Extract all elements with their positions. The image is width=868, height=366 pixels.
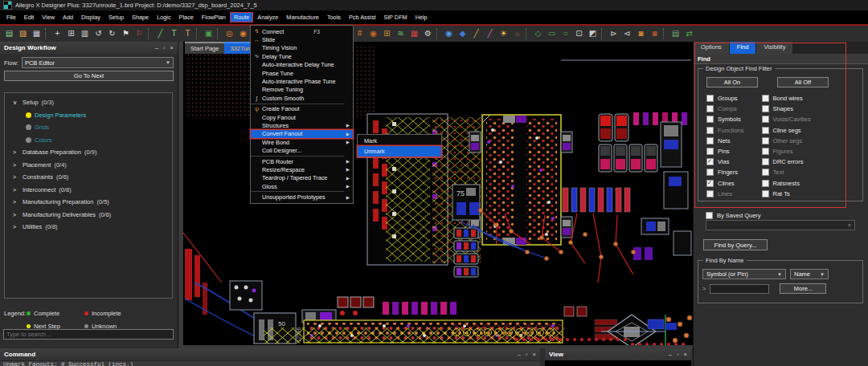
add-text-icon[interactable]: T (167, 26, 181, 41)
measure-icon[interactable]: ╱ (469, 26, 483, 41)
checkbox-icon[interactable] (706, 148, 714, 155)
menu-item[interactable]: Display (77, 12, 104, 22)
find-name-mode-select[interactable]: Name ▼ (790, 269, 829, 279)
right-panel-tab[interactable]: Find (730, 42, 757, 54)
redo-icon[interactable]: ↻ (105, 26, 119, 41)
find-filter-checkbox[interactable]: Text (762, 167, 811, 177)
find-name-input[interactable] (710, 284, 769, 294)
checkbox-icon[interactable] (706, 212, 713, 219)
checkbox-icon[interactable] (762, 105, 769, 112)
find-filter-checkbox[interactable]: Symbols (706, 114, 744, 124)
add-shape-icon[interactable]: ◇ (531, 26, 545, 41)
toolbar-icon[interactable] (436, 28, 440, 39)
checkbox-icon[interactable] (706, 116, 714, 123)
menu-route-structures[interactable]: Structures ▶ (251, 121, 353, 129)
visibility-eye-icon[interactable]: ◉ (442, 26, 456, 41)
view-panel-body[interactable] (545, 360, 691, 366)
flow-select[interactable]: PCB Editor ▼ (22, 57, 174, 68)
menu-item[interactable]: FlowPlan (198, 12, 230, 22)
all-on-button[interactable]: All On (706, 77, 758, 87)
menu-item[interactable]: Analyze (253, 12, 282, 22)
menu-route-remove-tuning[interactable]: Remove Tuning (251, 86, 353, 94)
restore-icon[interactable]: ▫ (163, 44, 166, 51)
menu-item[interactable]: SiP DFM (380, 12, 411, 22)
snapshot-icon[interactable]: ◙ (634, 26, 648, 41)
right-panel-tab[interactable]: Visibility (756, 42, 793, 54)
workflow-tree-item[interactable]: > Database Preparation (0/9) (5, 146, 172, 159)
find-filter-checkbox[interactable]: Other segs (762, 136, 811, 146)
command-log-line[interactable]: Unmark Fanouts: # Successful (incs.) (0, 360, 540, 366)
menu-item[interactable]: Add (59, 12, 77, 22)
delete-pointer-icon[interactable]: ⊲ (620, 26, 634, 41)
menu-item[interactable]: Help (411, 12, 432, 22)
workflow-tree-item[interactable]: Design Parameters (5, 109, 172, 122)
menu-item[interactable]: Logic (153, 12, 174, 22)
checkbox-icon[interactable] (762, 169, 769, 176)
menu-convert-fanout-unmark[interactable]: Unmark (358, 146, 441, 157)
shine-mode-icon[interactable]: ☀ (497, 26, 510, 41)
find-filter-checkbox[interactable]: Comps (706, 104, 744, 114)
workflow-tree-item[interactable]: Colors (5, 134, 172, 147)
layer-copy-icon[interactable]: ⊞ (380, 26, 394, 41)
find-filter-checkbox[interactable]: Ratsnests (762, 178, 811, 189)
menu-item[interactable]: Route (230, 12, 253, 22)
go-to-next-button[interactable]: Go To Next (4, 71, 174, 81)
delete-icon[interactable]: ▥ (78, 26, 92, 41)
minimize-icon[interactable]: – (669, 351, 672, 358)
toolbar-icon[interactable] (217, 28, 221, 39)
find-name-type-select[interactable]: Symbol (or Pin) ▼ (702, 269, 786, 279)
find-filter-checkbox[interactable]: Pins (706, 146, 744, 157)
workflow-tree-item[interactable]: > Manufacturing Deliverables (0/6) (5, 209, 172, 222)
toolbar-icon[interactable] (663, 28, 667, 39)
more-button[interactable]: More... (780, 283, 826, 294)
checkbox-icon[interactable] (762, 180, 769, 187)
find-filter-checkbox[interactable]: Vias (706, 157, 744, 167)
menu-item[interactable]: Tools (323, 12, 345, 22)
color-wheel-icon[interactable]: ◉ (366, 26, 380, 41)
checkbox-icon[interactable] (762, 137, 769, 144)
find-filter-checkbox[interactable]: Voids/Cavities (762, 114, 811, 124)
find-filter-checkbox[interactable]: Fingers (706, 167, 744, 177)
color-brush-icon[interactable]: ╱ (483, 26, 497, 41)
find-filter-checkbox[interactable]: Cline segs (762, 125, 811, 136)
undo-icon[interactable]: ↺ (92, 26, 105, 41)
find-filter-checkbox[interactable]: Rat Ts (762, 189, 811, 199)
menu-item[interactable]: Edit (20, 12, 39, 22)
tab-start-page[interactable]: Start Page (185, 42, 224, 54)
restore-icon[interactable]: ▫ (526, 351, 528, 358)
add-component-icon[interactable]: ▣ (202, 26, 215, 41)
workflow-tree-item[interactable]: Grids (5, 121, 172, 134)
menu-item[interactable]: Pcb Assist (345, 12, 380, 22)
checkbox-icon[interactable] (706, 95, 714, 102)
menu-item[interactable]: Manufacture (282, 12, 323, 22)
workflow-tree-item[interactable]: > Constraints (0/6) (5, 171, 172, 184)
restore-icon[interactable]: ▫ (677, 351, 679, 358)
workflow-search-input[interactable] (3, 329, 174, 340)
toolbar-icon[interactable] (601, 28, 605, 39)
settings-icon[interactable]: ⚙ (421, 26, 435, 41)
checkbox-icon[interactable] (762, 127, 769, 134)
unhighlight-icon[interactable]: ☼ (510, 26, 524, 41)
unpin-icon[interactable]: ⚐ (133, 26, 146, 41)
workflow-tree-item[interactable]: > Placement (0/4) (5, 159, 172, 172)
find-by-query-button[interactable]: Find by Query... (703, 239, 768, 250)
find-filter-checkbox[interactable]: Groups (706, 93, 744, 104)
checkbox-icon[interactable] (762, 158, 769, 165)
menu-route-auto-delay-tune[interactable]: Auto-interactive Delay Tune (251, 61, 353, 69)
checkbox-icon[interactable] (706, 180, 714, 187)
zoom-fit-icon[interactable]: ◉ (236, 26, 250, 41)
menu-route-delay-tune[interactable]: ∿ Delay Tune (251, 52, 353, 60)
menu-route-connect[interactable]: ↯ Connect F3 (251, 27, 353, 35)
copy-pointer-icon[interactable]: ⊳ (607, 26, 620, 41)
close-icon[interactable]: × (170, 44, 174, 51)
close-icon[interactable]: × (533, 351, 536, 358)
workflow-tree-item[interactable]: ∨ Setup (0/3) (5, 96, 172, 109)
checkbox-icon[interactable] (706, 127, 714, 134)
toolbar-icon[interactable] (526, 28, 530, 39)
find-filter-checkbox[interactable]: DRC errors (762, 157, 811, 167)
checkbox-icon[interactable] (706, 190, 714, 197)
save-icon[interactable]: ▦ (30, 26, 43, 41)
swap-icon[interactable]: ⇄ (682, 26, 696, 41)
open-icon[interactable]: ▨ (16, 26, 30, 41)
menu-route-unsupported-prototypes[interactable]: Unsupported Prototypes ▶ (251, 193, 353, 201)
